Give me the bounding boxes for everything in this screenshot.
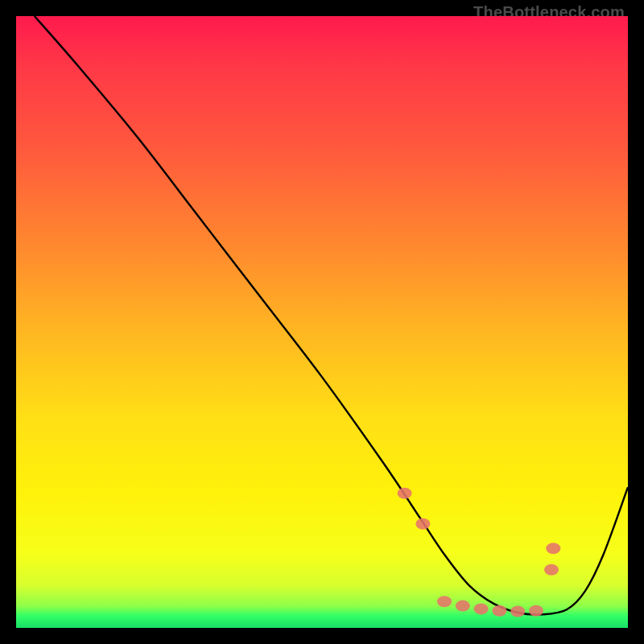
highlight-dot <box>415 518 430 530</box>
highlight-dot <box>544 564 559 576</box>
highlight-dot <box>510 606 525 617</box>
highlight-dot <box>398 488 412 499</box>
highlight-dot <box>474 603 489 614</box>
highlight-dot <box>492 605 506 617</box>
bottleneck-curve <box>35 16 628 615</box>
highlight-dot <box>546 543 560 554</box>
highlight-dot <box>437 596 452 607</box>
chart-stage: TheBottleneck.com <box>0 0 644 644</box>
highlight-dot <box>456 601 470 612</box>
plot-area <box>16 16 628 628</box>
highlight-dots <box>398 488 561 617</box>
curve-layer <box>16 16 628 628</box>
highlight-dot <box>529 605 543 617</box>
